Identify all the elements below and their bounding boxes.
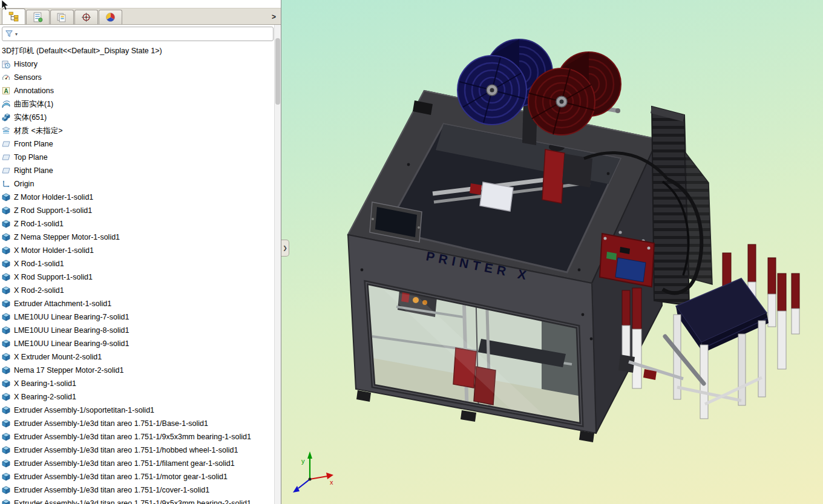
solid-icon <box>2 233 11 241</box>
solid-icon <box>2 406 11 414</box>
tree-item-label: Extruder Assembly-1/e3d titan areo 1.751… <box>14 486 209 494</box>
tree-item[interactable]: Extruder Assembly-1/e3d titan areo 1.751… <box>0 470 281 483</box>
tree-item[interactable]: Extruder Attachment-1-solid1 <box>0 297 281 310</box>
solid-icon <box>2 499 11 504</box>
tab-configuration-manager-tab[interactable] <box>50 10 74 24</box>
tree-item[interactable]: Extruder Assembly-1/e3d titan areo 1.751… <box>0 457 281 470</box>
tree-item[interactable]: Z Rod-1-solid1 <box>0 217 281 231</box>
tree-scrollbar-thumb[interactable] <box>275 38 280 105</box>
sensors-icon <box>2 73 11 82</box>
tree-item-label: Extruder Assembly-1/soportetitan-1-solid… <box>14 406 154 414</box>
tree-item-label: Extruder Assembly-1/e3d titan areo 1.751… <box>14 446 238 454</box>
tree-item[interactable]: X Rod Support-1-solid1 <box>0 270 281 284</box>
tree-item[interactable]: Front Plane <box>0 137 281 151</box>
filter-caret-icon[interactable]: ▾ <box>15 31 18 37</box>
solid-icon <box>2 193 11 201</box>
triad-z-arrow <box>293 486 300 493</box>
tree-item-label: Z Nema Stepper Motor-1-solid1 <box>14 233 120 241</box>
tab-display-manager-tab[interactable] <box>99 10 122 24</box>
tree-item[interactable]: X Rod-1-solid1 <box>0 257 281 270</box>
solid-icon <box>2 326 11 335</box>
tree-item-label: X Rod Support-1-solid1 <box>14 273 93 281</box>
tree-item[interactable]: AAnnotations <box>0 84 281 97</box>
tree-item[interactable]: Right Plane <box>0 164 281 177</box>
tree-item[interactable]: Extruder Assembly-1/e3d titan areo 1.751… <box>0 430 281 443</box>
panel-splitter-handle[interactable]: ❯ <box>281 240 289 257</box>
tree-item-label: Extruder Assembly-1/e3d titan areo 1.751… <box>14 499 251 504</box>
plane-icon <box>2 166 11 175</box>
triad-y-arrow <box>307 451 312 459</box>
tree-item-label: Annotations <box>14 87 54 95</box>
viewport-3d-scene[interactable]: PRINTER X <box>281 0 823 504</box>
solid-icon <box>2 486 11 494</box>
tab-dimxpert-tab[interactable] <box>74 10 98 24</box>
solid-icon <box>2 393 11 401</box>
tree-item-label: Z Rod Support-1-solid1 <box>14 206 92 215</box>
tree-item[interactable]: Z Nema Stepper Motor-1-solid1 <box>0 231 281 244</box>
tree-item[interactable]: Origin <box>0 177 281 191</box>
property-manager-tab-icon <box>33 12 43 22</box>
solid-icon <box>2 299 11 308</box>
solid-icon <box>2 313 11 321</box>
history-icon <box>2 60 11 68</box>
tree-item[interactable]: 实体(651) <box>0 111 281 124</box>
dimxpert-tab-icon <box>81 12 91 22</box>
tree-item[interactable]: Extruder Assembly-1/e3d titan areo 1.751… <box>0 483 281 497</box>
tree-item-label: Extruder Attachment-1-solid1 <box>14 299 111 308</box>
tree-item-label: X Bearing-2-solid1 <box>14 393 76 401</box>
tree-item[interactable]: Extruder Assembly-1/e3d titan areo 1.751… <box>0 497 281 504</box>
filter-input[interactable] <box>19 28 271 40</box>
splitter-chevron-icon: ❯ <box>283 245 287 251</box>
tree-item[interactable]: Extruder Assembly-1/e3d titan areo 1.751… <box>0 417 281 430</box>
tree-item-label: X Bearing-1-solid1 <box>14 379 76 388</box>
tree-item[interactable]: X Bearing-2-solid1 <box>0 390 281 404</box>
tree-item-label: History <box>14 60 38 68</box>
feature-tree: 3D打印机 (Default<<Default>_Display State 1… <box>0 42 281 504</box>
solid-icon <box>2 419 11 428</box>
tab-overflow-chevron[interactable]: > <box>272 13 276 21</box>
tree-item-label: X Motor Holder-1-solid1 <box>14 246 94 255</box>
tree-item[interactable]: Z Rod Support-1-solid1 <box>0 204 281 217</box>
orientation-triad: y x <box>293 451 333 493</box>
tree-item-label: 材质 <未指定> <box>14 126 63 136</box>
tree-item[interactable]: Sensors <box>0 71 281 84</box>
tree-item-label: Z Motor Holder-1-solid1 <box>14 193 93 201</box>
tab-property-manager-tab[interactable] <box>26 10 50 24</box>
manager-tabs <box>2 8 123 24</box>
solid-icon <box>2 353 11 361</box>
tree-item-label: X Extruder Mount-2-solid1 <box>14 353 102 361</box>
manager-tab-strip: > <box>0 0 281 25</box>
tree-item[interactable]: X Rod-2-solid1 <box>0 284 281 297</box>
tree-item[interactable]: Extruder Assembly-1/e3d titan areo 1.751… <box>0 443 281 457</box>
tree-item[interactable]: X Motor Holder-1-solid1 <box>0 244 281 257</box>
solid-icon <box>2 206 11 215</box>
svg-text:A: A <box>4 88 8 94</box>
cursor-arrow-icon <box>1 0 10 13</box>
tree-item[interactable]: X Bearing-1-solid1 <box>0 377 281 390</box>
tree-item[interactable]: Top Plane <box>0 151 281 164</box>
tree-item-label: Extruder Assembly-1/e3d titan areo 1.751… <box>14 473 228 481</box>
tree-scrollbar[interactable] <box>274 25 281 504</box>
tree-item[interactable]: History <box>0 57 281 71</box>
tree-item[interactable]: 材质 <未指定> <box>0 124 281 137</box>
tree-item[interactable]: LME10UU Linear Bearing-8-solid1 <box>0 324 281 337</box>
tree-item[interactable]: X Extruder Mount-2-solid1 <box>0 350 281 364</box>
solid-icon <box>2 446 11 454</box>
tree-item-label: Extruder Assembly-1/e3d titan areo 1.751… <box>14 433 251 441</box>
tree-item-label: Extruder Assembly-1/e3d titan areo 1.751… <box>14 459 235 468</box>
graphics-viewport[interactable]: PRINTER X <box>281 0 823 504</box>
plane-icon <box>2 140 11 148</box>
tree-item-label: X Rod-2-solid1 <box>14 286 64 295</box>
tree-item[interactable]: 曲面实体(1) <box>0 97 281 111</box>
solid-icon <box>2 339 11 348</box>
triad-y-label: y <box>301 457 305 465</box>
filter-funnel-icon[interactable] <box>5 30 13 38</box>
tree-item[interactable]: LME10UU Linear Bearing-9-solid1 <box>0 337 281 350</box>
tree-root[interactable]: 3D打印机 (Default<<Default>_Display State 1… <box>0 44 281 57</box>
tree-item[interactable]: LME10UU Linear Bearing-7-solid1 <box>0 310 281 324</box>
tree-item[interactable]: Z Motor Holder-1-solid1 <box>0 191 281 204</box>
solid-icon <box>2 260 11 268</box>
tree-item[interactable]: Nema 17 Stepper Motor-2-solid1 <box>0 364 281 377</box>
configuration-manager-tab-icon <box>57 12 67 22</box>
tree-item[interactable]: Extruder Assembly-1/soportetitan-1-solid… <box>0 404 281 417</box>
